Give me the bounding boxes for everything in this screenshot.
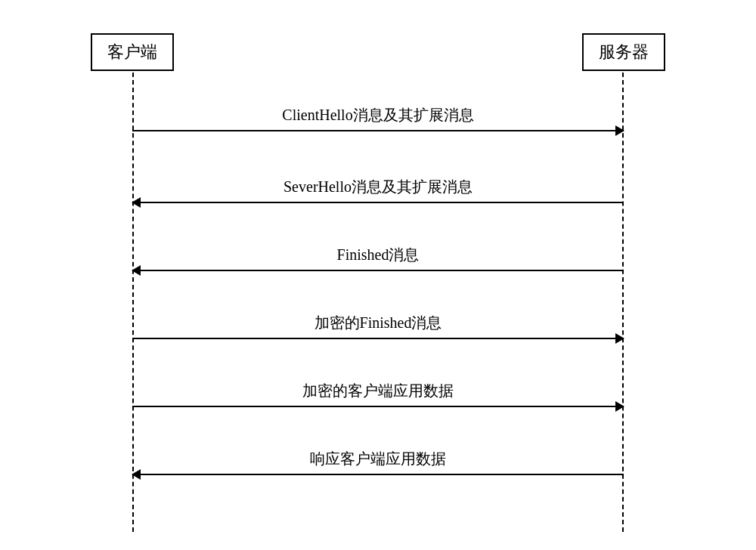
server-actor: 服务器 xyxy=(582,33,665,71)
message-msg6: 响应客户端应用数据 xyxy=(132,449,624,475)
message-label-msg5: 加密的客户端应用数据 xyxy=(295,381,461,401)
message-msg4: 加密的Finished消息 xyxy=(132,313,624,339)
message-label-msg2: SeverHello消息及其扩展消息 xyxy=(276,177,480,197)
sequence-diagram: 客户端 服务器 ClientHello消息及其扩展消息SeverHello消息及… xyxy=(68,18,688,532)
arrow-msg5 xyxy=(132,406,624,407)
message-msg3: Finished消息 xyxy=(132,245,624,271)
client-label: 客户端 xyxy=(107,42,157,61)
message-label-msg3: Finished消息 xyxy=(330,245,427,265)
arrow-msg4 xyxy=(132,338,624,339)
arrow-msg6 xyxy=(132,474,624,475)
arrow-msg1 xyxy=(132,130,624,131)
message-msg1: ClientHello消息及其扩展消息 xyxy=(132,105,624,131)
arrow-msg2 xyxy=(132,202,624,203)
arrow-msg3 xyxy=(132,270,624,271)
server-label: 服务器 xyxy=(599,42,649,61)
message-label-msg6: 响应客户端应用数据 xyxy=(302,449,454,469)
message-msg2: SeverHello消息及其扩展消息 xyxy=(132,177,624,203)
message-label-msg1: ClientHello消息及其扩展消息 xyxy=(274,105,481,125)
message-label-msg4: 加密的Finished消息 xyxy=(307,313,450,333)
message-msg5: 加密的客户端应用数据 xyxy=(132,381,624,407)
client-actor: 客户端 xyxy=(91,33,174,71)
